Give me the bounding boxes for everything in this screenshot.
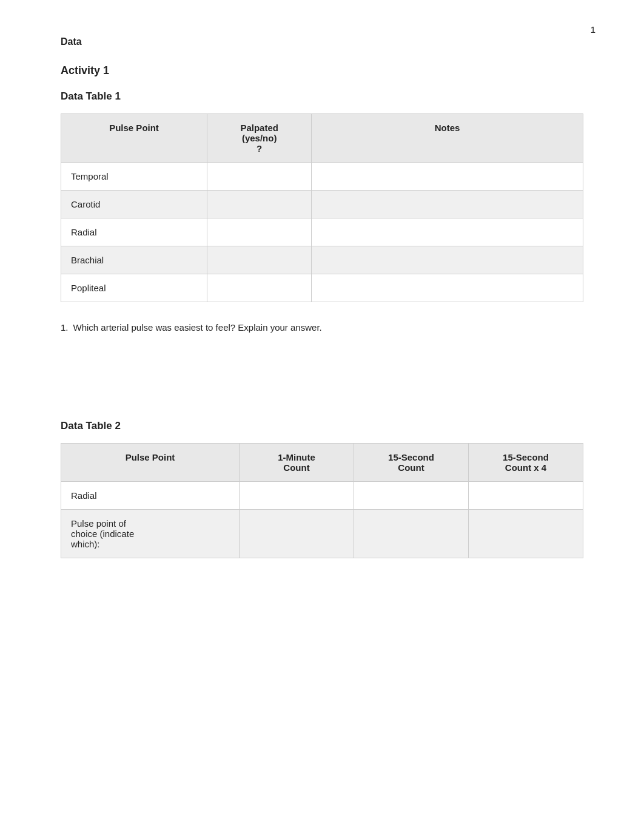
pulse-point-cell: Carotid — [61, 191, 207, 218]
table2-col-15sec: 15-SecondCount — [354, 444, 468, 482]
min1-cell — [240, 482, 354, 510]
pulse-point-cell: Brachial — [61, 246, 207, 274]
table2-col-15sec-x4: 15-SecondCount x 4 — [468, 444, 583, 482]
palpated-cell — [207, 163, 312, 191]
table1-col-notes: Notes — [312, 114, 583, 163]
notes-cell — [312, 163, 583, 191]
page-number: 1 — [591, 24, 595, 35]
table1-col-pulse-point: Pulse Point — [61, 114, 207, 163]
sec15x4-cell — [468, 510, 583, 558]
question-1: 1.Which arterial pulse was easiest to fe… — [61, 320, 583, 335]
notes-cell — [312, 246, 583, 274]
sec15-cell — [354, 482, 468, 510]
data-table-1: Pulse Point Palpated(yes/no)? Notes Temp… — [61, 113, 583, 302]
pulse-point-cell: Popliteal — [61, 274, 207, 302]
pulse-point-cell: Radial — [61, 482, 240, 510]
data-table2-title: Data Table 2 — [61, 420, 583, 432]
data-table1-title: Data Table 1 — [61, 90, 583, 103]
table-row: Radial — [61, 482, 583, 510]
table-row: Radial — [61, 218, 583, 246]
sec15x4-cell — [468, 482, 583, 510]
table-row: Temporal — [61, 163, 583, 191]
palpated-cell — [207, 274, 312, 302]
palpated-cell — [207, 191, 312, 218]
pulse-point-cell: Radial — [61, 218, 207, 246]
notes-cell — [312, 218, 583, 246]
question-1-number: 1. — [61, 322, 69, 333]
table-row: Popliteal — [61, 274, 583, 302]
palpated-cell — [207, 246, 312, 274]
activity-title: Activity 1 — [61, 64, 583, 77]
pulse-point-cell: Pulse point ofchoice (indicatewhich): — [61, 510, 240, 558]
table2-col-1min: 1-MinuteCount — [240, 444, 354, 482]
min1-cell — [240, 510, 354, 558]
pulse-point-cell: Temporal — [61, 163, 207, 191]
sec15-cell — [354, 510, 468, 558]
table1-col-palpated: Palpated(yes/no)? — [207, 114, 312, 163]
table-row: Carotid — [61, 191, 583, 218]
section-data-label: Data — [61, 36, 583, 47]
question-1-text: Which arterial pulse was easiest to feel… — [73, 322, 322, 333]
table2-col-pulse-point: Pulse Point — [61, 444, 240, 482]
table-row: Brachial — [61, 246, 583, 274]
table-row: Pulse point ofchoice (indicatewhich): — [61, 510, 583, 558]
notes-cell — [312, 274, 583, 302]
notes-cell — [312, 191, 583, 218]
data-table-2: Pulse Point 1-MinuteCount 15-SecondCount… — [61, 443, 583, 558]
palpated-cell — [207, 218, 312, 246]
